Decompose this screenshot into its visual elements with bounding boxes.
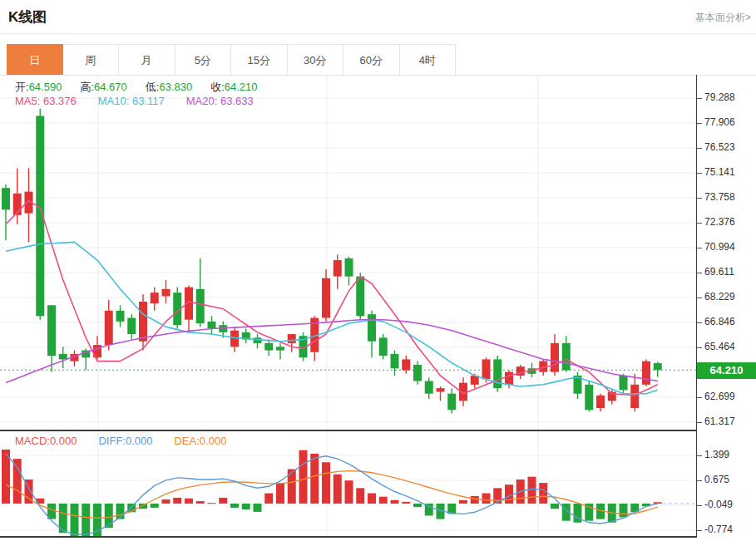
axis-tick-label: 1.399 bbox=[704, 449, 729, 460]
axis-tick-label: 73.758 bbox=[704, 191, 735, 203]
kline-widget: K线图 基本面分析> 日 周 月 5分 15分 30分 60分 4时 开:64.… bbox=[0, 0, 756, 541]
axis-tick-mark bbox=[697, 397, 702, 398]
axis-tick-label: 0.675 bbox=[704, 474, 729, 485]
axis-tick-label: -0.049 bbox=[704, 499, 733, 510]
tab-month[interactable]: 月 bbox=[119, 44, 175, 76]
open-value: 64.590 bbox=[29, 81, 62, 93]
axis-tick-mark bbox=[697, 173, 702, 174]
ma5-value: 63.376 bbox=[43, 95, 77, 107]
fundamental-analysis-link[interactable]: 基本面分析> bbox=[695, 11, 751, 25]
axis-tick-mark bbox=[697, 248, 702, 248]
ma-readout: MA5: 63.376 MA10: 63.117 MA20: 63.633 bbox=[15, 95, 254, 107]
header-divider bbox=[0, 33, 756, 34]
axis-tick-label: -0.774 bbox=[704, 524, 733, 535]
ma5-label: MA5: bbox=[15, 95, 40, 107]
candlestick-chart[interactable] bbox=[0, 75, 697, 430]
tab-30min[interactable]: 30分 bbox=[288, 44, 344, 76]
macd-readout: MACD:0.000 DIFF:0.000 DEA:0.000 bbox=[15, 435, 226, 447]
tab-week[interactable]: 周 bbox=[63, 44, 120, 76]
period-tabbar: 日 周 月 5分 15分 30分 60分 4时 bbox=[7, 44, 456, 76]
diff-label: DIFF: bbox=[98, 435, 126, 447]
axis-tick-label: 79.288 bbox=[704, 91, 735, 103]
tab-4hour[interactable]: 4时 bbox=[400, 44, 457, 76]
high-value: 64.670 bbox=[94, 81, 127, 93]
tab-60min[interactable]: 60分 bbox=[343, 44, 400, 76]
axis-tick-label: 66.846 bbox=[704, 316, 735, 327]
ma20-value: 63.633 bbox=[220, 95, 254, 107]
tab-5min[interactable]: 5分 bbox=[175, 44, 232, 76]
axis-tick-mark bbox=[697, 422, 702, 423]
axis-tick-label: 72.376 bbox=[704, 216, 735, 228]
axis-tick-mark bbox=[697, 505, 702, 506]
axis-tick-label: 70.994 bbox=[704, 241, 735, 253]
axis-tick-mark bbox=[697, 455, 702, 456]
tab-day[interactable]: 日 bbox=[7, 44, 63, 76]
axis-tick-mark bbox=[697, 347, 702, 348]
diff-value: 0.000 bbox=[126, 435, 153, 447]
axis-tick-mark bbox=[697, 198, 702, 199]
close-value: 64.210 bbox=[225, 81, 258, 93]
high-label: 高: bbox=[80, 81, 94, 93]
axis-tick-label: 76.523 bbox=[704, 141, 735, 153]
price-panel-bottom-border bbox=[0, 430, 697, 431]
axis-tick-mark bbox=[697, 298, 702, 298]
tab-15min[interactable]: 15分 bbox=[231, 44, 288, 76]
ma10-label: MA10: bbox=[98, 95, 130, 107]
axis-tick-mark bbox=[697, 98, 702, 99]
dea-value: 0.000 bbox=[200, 435, 227, 447]
axis-tick-label: 69.611 bbox=[704, 266, 734, 278]
ohlc-readout: 开:64.590 高:64.670 低:63.830 收:64.210 bbox=[15, 80, 258, 95]
axis-tick-label: 75.141 bbox=[704, 166, 735, 178]
current-price-tag: 64.210 bbox=[697, 362, 756, 379]
axis-tick-label: 65.464 bbox=[704, 341, 735, 352]
axis-tick-mark bbox=[697, 322, 702, 323]
low-label: 低: bbox=[146, 81, 160, 93]
axis-tick-mark bbox=[697, 148, 702, 149]
axis-tick-label: 77.906 bbox=[704, 116, 735, 128]
macd-label: MACD: bbox=[15, 435, 50, 447]
close-label: 收: bbox=[210, 81, 225, 93]
page-title: K线图 bbox=[8, 7, 47, 27]
axis-tick-mark bbox=[697, 530, 702, 531]
axis-tick-label: 62.699 bbox=[704, 391, 735, 402]
price-axis: 79.28877.90676.52375.14173.75872.37670.9… bbox=[696, 75, 756, 538]
axis-tick-label: 61.317 bbox=[704, 416, 735, 427]
low-value: 63.830 bbox=[159, 81, 192, 93]
axis-tick-mark bbox=[697, 480, 702, 481]
axis-tick-mark bbox=[697, 123, 702, 124]
ma20-label: MA20: bbox=[186, 95, 218, 107]
dea-label: DEA: bbox=[174, 435, 199, 447]
axis-tick-mark bbox=[697, 223, 702, 224]
macd-panel-bottom-border bbox=[0, 536, 697, 538]
axis-tick-mark bbox=[697, 273, 702, 273]
macd-value: 0.000 bbox=[50, 435, 77, 447]
ma10-value: 63.117 bbox=[132, 95, 165, 107]
open-label: 开: bbox=[15, 81, 29, 93]
axis-tick-label: 68.229 bbox=[704, 291, 735, 302]
